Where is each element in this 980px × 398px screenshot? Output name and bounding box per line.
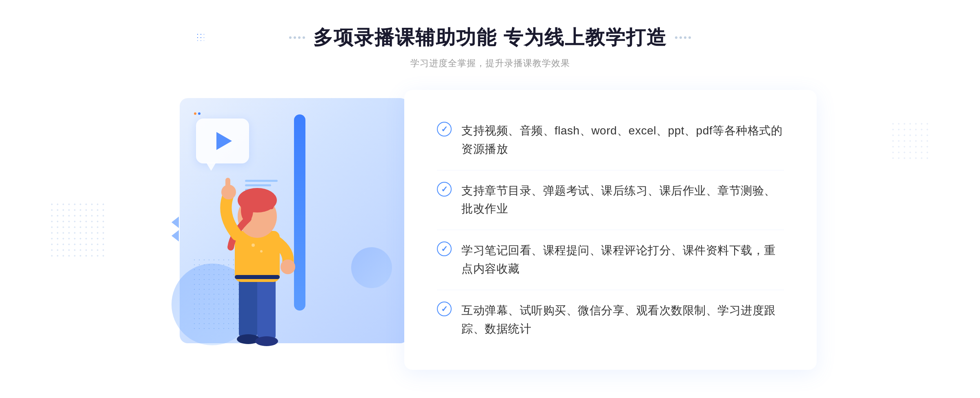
sparkle-decoration	[194, 112, 200, 115]
check-icon-2: ✓	[441, 185, 448, 193]
bg-dots-right	[890, 121, 931, 162]
svg-rect-13	[235, 275, 280, 279]
svg-rect-11	[225, 178, 230, 194]
check-circle-2: ✓	[437, 182, 452, 197]
title-dots-right	[675, 36, 691, 39]
character-illustration	[200, 165, 314, 370]
illustration-area	[163, 90, 416, 370]
svg-point-15	[260, 250, 263, 253]
sparkle-dot-2	[198, 112, 200, 115]
chevron-2	[172, 230, 179, 241]
circle-small	[351, 247, 392, 288]
feature-item-1: ✓ 支持视频、音频、flash、word、excel、ppt、pdf等各种格式的…	[437, 110, 784, 170]
feature-item-4: ✓ 互动弹幕、试听购买、微信分享、观看次数限制、学习进度跟踪、数据统计	[437, 290, 784, 350]
svg-point-12	[281, 259, 295, 274]
left-chevrons	[172, 217, 179, 244]
feature-text-4: 互动弹幕、试听购买、微信分享、观看次数限制、学习进度跟踪、数据统计	[461, 302, 784, 338]
bg-dots-left	[49, 201, 106, 259]
check-icon-1: ✓	[441, 125, 448, 133]
content-section: ✓ 支持视频、音频、flash、word、excel、ppt、pdf等各种格式的…	[163, 90, 817, 370]
page-container: 多项录播课辅助功能 专为线上教学打造 学习进度全掌握，提升录播课教学效果	[0, 0, 980, 398]
main-title: 多项录播课辅助功能 专为线上教学打造	[313, 25, 666, 51]
play-bubble	[196, 119, 249, 163]
feature-item-2: ✓ 支持章节目录、弹题考试、课后练习、课后作业、章节测验、批改作业	[437, 170, 784, 230]
check-icon-4: ✓	[441, 305, 448, 313]
play-icon	[216, 132, 232, 150]
header-section: 多项录播课辅助功能 专为线上教学打造 学习进度全掌握，提升录播课教学效果	[289, 25, 690, 69]
check-circle-3: ✓	[437, 241, 452, 256]
feature-item-3: ✓ 学习笔记回看、课程提问、课程评论打分、课件资料下载，重点内容收藏	[437, 230, 784, 290]
features-panel: ✓ 支持视频、音频、flash、word、excel、ppt、pdf等各种格式的…	[404, 90, 817, 370]
svg-rect-9	[241, 199, 274, 209]
chevron-1	[172, 217, 179, 228]
feature-text-2: 支持章节目录、弹题考试、课后练习、课后作业、章节测验、批改作业	[461, 182, 784, 219]
feature-text-3: 学习笔记回看、课程提问、课程评论打分、课件资料下载，重点内容收藏	[461, 241, 784, 278]
check-icon-3: ✓	[441, 245, 448, 253]
check-circle-4: ✓	[437, 302, 452, 316]
title-dots-left	[289, 36, 305, 39]
svg-point-14	[252, 244, 255, 247]
check-circle-1: ✓	[437, 122, 452, 136]
svg-point-3	[255, 336, 278, 346]
sparkle-dot-1	[194, 112, 196, 115]
subtitle: 学习进度全掌握，提升录播课教学效果	[289, 57, 690, 69]
svg-rect-0	[239, 276, 257, 337]
feature-text-1: 支持视频、音频、flash、word、excel、ppt、pdf等各种格式的资源…	[461, 122, 784, 159]
svg-rect-1	[257, 276, 276, 339]
title-row: 多项录播课辅助功能 专为线上教学打造	[289, 25, 690, 51]
